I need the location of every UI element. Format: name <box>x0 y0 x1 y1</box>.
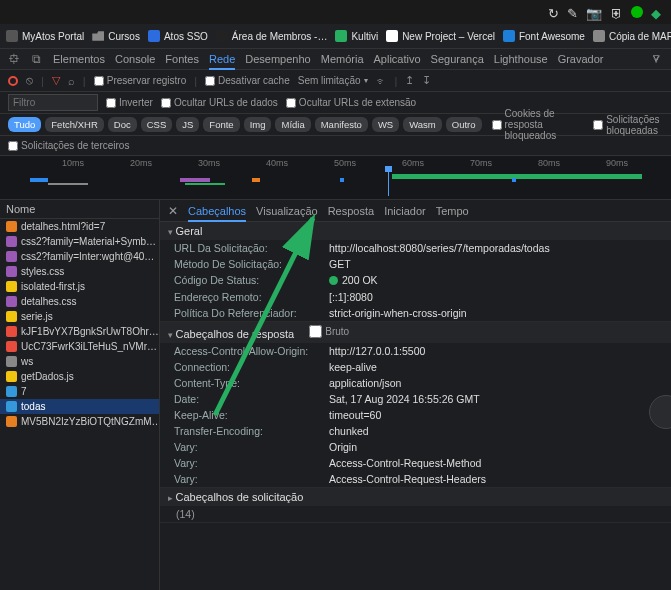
file-type-icon <box>6 221 17 232</box>
blocked-req-checkbox[interactable]: Solicitações bloqueadas <box>593 114 663 136</box>
record-icon[interactable] <box>8 76 18 86</box>
type-filter-fonte[interactable]: Fonte <box>203 117 239 132</box>
network-timeline[interactable]: 10ms20ms30ms40ms50ms60ms70ms80ms90ms <box>0 156 671 200</box>
profile-icon[interactable]: ◆ <box>651 6 661 21</box>
devtools-tab-gravador[interactable]: Gravador <box>558 50 604 68</box>
devtools-tab-rede[interactable]: Rede <box>209 50 235 70</box>
request-row[interactable]: MV5BN2IzYzBiOTQtNGZmM… <box>0 414 159 429</box>
type-filter-tudo[interactable]: Tudo <box>8 117 41 132</box>
detail-tab-visualização[interactable]: Visualização <box>256 202 318 220</box>
blocked-cookies-checkbox[interactable]: Cookies de resposta bloqueados <box>492 108 584 141</box>
type-filter-doc[interactable]: Doc <box>108 117 137 132</box>
file-type-icon <box>6 356 17 367</box>
detail-tab-resposta[interactable]: Resposta <box>328 202 374 220</box>
header-row: Content-Type:application/json <box>160 375 671 391</box>
disable-cache-checkbox[interactable]: Desativar cache <box>205 75 290 86</box>
hide-data-urls-checkbox[interactable]: Ocultar URLs de dados <box>161 97 278 108</box>
bookmark-item[interactable]: Kultivi <box>335 30 378 42</box>
request-row[interactable]: UcC73FwrK3iLTeHuS_nVMr… <box>0 339 159 354</box>
close-details-icon[interactable]: ✕ <box>168 204 178 218</box>
inspect-icon[interactable]: ⯐ <box>8 52 20 66</box>
edit-icon[interactable]: ✎ <box>567 6 578 21</box>
type-filter-img[interactable]: Img <box>244 117 272 132</box>
type-filter-ws[interactable]: WS <box>372 117 399 132</box>
request-row[interactable]: 7 <box>0 384 159 399</box>
camera-icon[interactable]: 📷 <box>586 6 602 21</box>
bookmark-item[interactable]: Cursos <box>92 30 140 42</box>
type-filter-js[interactable]: JS <box>176 117 199 132</box>
wifi-icon[interactable]: ᯤ <box>376 75 387 87</box>
favicon <box>148 30 160 42</box>
request-row[interactable]: getDados.js <box>0 369 159 384</box>
header-row: URL Da Solicitação:http://localhost:8080… <box>160 240 671 256</box>
header-value: Access-Control-Request-Method <box>329 457 481 469</box>
request-row[interactable]: detalhes.css <box>0 294 159 309</box>
devtools-tab-segurança[interactable]: Segurança <box>431 50 484 68</box>
timeline-tick: 50ms <box>334 158 356 168</box>
filter-toggle-icon[interactable]: ▽ <box>52 74 60 87</box>
type-filter-manifesto[interactable]: Manifesto <box>315 117 368 132</box>
devtools-tab-console[interactable]: Console <box>115 50 155 68</box>
request-row[interactable]: isolated-first.js <box>0 279 159 294</box>
bookmark-item[interactable]: Cópia de MARÇO <box>593 30 671 42</box>
request-name: MV5BN2IzYzBiOTQtNGZmM… <box>21 416 159 427</box>
invert-checkbox[interactable]: Inverter <box>106 97 153 108</box>
devtools-tab-fontes[interactable]: Fontes <box>165 50 199 68</box>
detail-tab-cabeçalhos[interactable]: Cabeçalhos <box>188 202 246 222</box>
section-general-header[interactable]: Geral <box>160 222 671 240</box>
request-row[interactable]: css2?family=Material+Symb… <box>0 234 159 249</box>
hide-ext-urls-checkbox[interactable]: Ocultar URLs de extensão <box>286 97 416 108</box>
bookmark-item[interactable]: MyAtos Portal <box>6 30 84 42</box>
raw-toggle[interactable]: Bruto <box>309 325 349 338</box>
devtools-tab-lighthouse[interactable]: Lighthouse <box>494 50 548 68</box>
section-request-headers-header[interactable]: Cabeçalhos de solicitação <box>160 488 671 506</box>
devtools-tab-elementos[interactable]: Elementos <box>53 50 105 68</box>
request-row[interactable]: css2?family=Inter:wght@40… <box>0 249 159 264</box>
shield-icon[interactable]: ⛨ <box>610 6 623 21</box>
download-icon[interactable]: ↧ <box>422 74 431 87</box>
header-row: Vary:Access-Control-Request-Method <box>160 455 671 471</box>
header-key: URL Da Solicitação: <box>174 242 329 254</box>
request-row[interactable]: styles.css <box>0 264 159 279</box>
preserve-log-checkbox[interactable]: Preservar registro <box>94 75 186 86</box>
devtools-tab-aplicativo[interactable]: Aplicativo <box>374 50 421 68</box>
type-filter-mídia[interactable]: Mídia <box>275 117 310 132</box>
bookmark-item[interactable]: Atos SSO <box>148 30 208 42</box>
type-filter-outro[interactable]: Outro <box>446 117 482 132</box>
header-row: Keep-Alive:timeout=60 <box>160 407 671 423</box>
overflow-icon[interactable]: ⛛ <box>651 52 663 66</box>
favicon <box>216 30 228 42</box>
request-row[interactable]: detalhes.html?id=7 <box>0 219 159 234</box>
request-row[interactable]: ws <box>0 354 159 369</box>
timeline-tick: 80ms <box>538 158 560 168</box>
type-filter-css[interactable]: CSS <box>141 117 173 132</box>
bookmark-item[interactable]: Font Awesome <box>503 30 585 42</box>
header-key: Content-Type: <box>174 377 329 389</box>
clear-icon[interactable]: ⦸ <box>26 74 33 87</box>
file-type-icon <box>6 401 17 412</box>
type-filter-wasm[interactable]: Wasm <box>403 117 442 132</box>
search-icon[interactable]: ⌕ <box>68 75 75 87</box>
request-row[interactable]: kJF1BvYX7BgnkSrUwT8Ohr… <box>0 324 159 339</box>
device-icon[interactable]: ⧉ <box>32 52 41 66</box>
throttle-select[interactable]: Sem limitação ▾ <box>298 75 368 86</box>
reload-icon[interactable]: ↻ <box>548 6 559 21</box>
request-name: 7 <box>21 386 27 397</box>
third-party-checkbox[interactable]: Solicitações de terceiros <box>8 140 129 151</box>
devtools-tabs: ⯐ ⧉ ElementosConsoleFontesRedeDesempenho… <box>0 48 671 70</box>
favicon <box>92 30 104 42</box>
request-row[interactable]: todas <box>0 399 159 414</box>
bookmark-item[interactable]: Área de Membros -… <box>216 30 328 42</box>
filter-input[interactable] <box>8 94 98 111</box>
type-filter-fetch/xhr[interactable]: Fetch/XHR <box>45 117 103 132</box>
bookmark-item[interactable]: New Project – Vercel <box>386 30 495 42</box>
devtools-tab-desempenho[interactable]: Desempenho <box>245 50 310 68</box>
detail-tab-iniciador[interactable]: Iniciador <box>384 202 426 220</box>
section-response-headers-header[interactable]: Cabeçalhos de resposta Bruto <box>160 322 671 343</box>
devtools-tab-memória[interactable]: Memória <box>321 50 364 68</box>
request-row[interactable]: serie.js <box>0 309 159 324</box>
detail-tab-tempo[interactable]: Tempo <box>436 202 469 220</box>
upload-icon[interactable]: ↥ <box>405 74 414 87</box>
status-dot-icon <box>631 6 643 18</box>
timeline-playhead[interactable] <box>388 170 389 196</box>
